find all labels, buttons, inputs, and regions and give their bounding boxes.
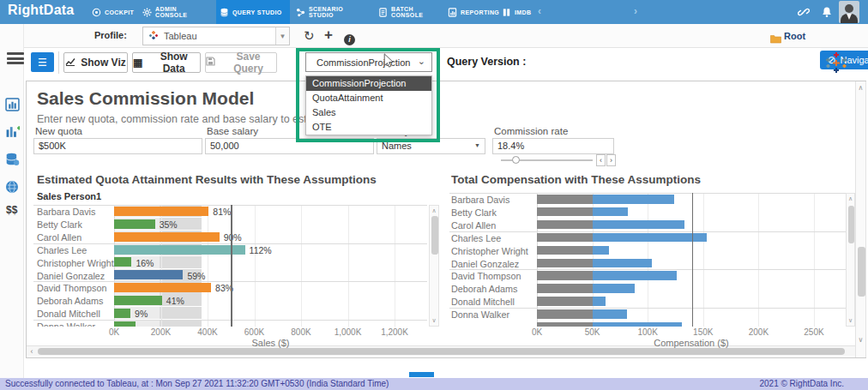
commission-bar[interactable]: [593, 195, 675, 204]
hamburger-menu-icon[interactable]: [7, 52, 24, 66]
base-salary-bar[interactable]: [537, 271, 593, 280]
commission-bar[interactable]: [593, 297, 606, 306]
imdb-icon: [502, 8, 511, 17]
sort-by-caret-icon[interactable]: ▼: [474, 142, 480, 148]
commission-rate-slider-thumb[interactable]: [512, 156, 520, 164]
quota-bar[interactable]: [114, 219, 155, 229]
nav-scroll-right-icon[interactable]: ›: [634, 5, 637, 17]
scroll-down-icon[interactable]: ∨: [856, 336, 865, 344]
nav-item-batch-console[interactable]: BATCH CONSOLE: [375, 0, 440, 24]
nav-item-label: ADMIN CONSOLE: [155, 6, 209, 18]
quota-chart-scrollbar[interactable]: ∧ ∨: [429, 205, 439, 327]
quota-bar[interactable]: [114, 296, 162, 305]
reference-band: [160, 320, 202, 327]
commission-bar[interactable]: [593, 233, 707, 243]
notifications-bell-icon[interactable]: [821, 6, 833, 21]
scroll-down-icon[interactable]: ∨: [430, 317, 438, 324]
show-viz-label: Show Viz: [81, 57, 125, 69]
quota-bar[interactable]: [114, 257, 131, 267]
scroll-up-icon[interactable]: ∧: [430, 207, 438, 214]
profile-select[interactable]: Tableau ▼: [142, 27, 290, 45]
base-salary-bar[interactable]: [537, 322, 593, 327]
chart-plus-icon[interactable]: [5, 125, 20, 142]
scrollbar-thumb[interactable]: [431, 216, 438, 255]
slider-decrement-button[interactable]: ‹: [596, 154, 606, 166]
commission-bar[interactable]: [593, 246, 609, 255]
commission-bar[interactable]: [593, 271, 677, 280]
globe-icon[interactable]: [5, 180, 19, 197]
base-salary-bar[interactable]: [537, 259, 593, 268]
info-icon[interactable]: i: [344, 30, 355, 45]
base-salary-bar[interactable]: [537, 309, 593, 319]
root-label[interactable]: Root: [784, 31, 805, 41]
query-version-select[interactable]: CommissionProjection ⌄: [305, 52, 432, 72]
dollar-dollar-item[interactable]: $$: [6, 204, 17, 216]
link-icon[interactable]: [798, 6, 810, 21]
nav-item-admin-console[interactable]: ADMIN CONSOLE: [139, 0, 213, 24]
quota-bar[interactable]: [114, 321, 136, 327]
profile-select-caret-icon[interactable]: ▼: [275, 27, 289, 45]
nav-scroll-left-icon[interactable]: ‹: [538, 5, 541, 17]
sort-by-select[interactable]: Names: [377, 138, 485, 154]
dropdown-option-commissionprojection[interactable]: CommissionProjection: [306, 76, 431, 91]
quota-bar[interactable]: [114, 207, 208, 216]
bar-value-label: 16%: [136, 258, 154, 268]
base-salary-bar[interactable]: [537, 246, 593, 255]
commission-bar[interactable]: [593, 309, 627, 319]
quota-bar[interactable]: [114, 232, 220, 242]
bar-value-label: 41%: [166, 296, 184, 306]
row-label: Donald Mitchell: [37, 309, 100, 319]
commission-bar[interactable]: [593, 284, 635, 293]
base-salary-bar[interactable]: [537, 233, 593, 243]
commission-bar[interactable]: [593, 220, 684, 230]
save-query-label: Save Query: [220, 51, 276, 75]
quota-chart-column-header: Sales Person1: [37, 191, 101, 201]
new-quota-input[interactable]: $500K: [33, 138, 202, 154]
nav-item-cockpit[interactable]: COCKPIT: [88, 0, 135, 24]
row-label: Daniel Gonzalez: [37, 271, 105, 281]
nav-item-query-studio[interactable]: QUERY STUDIO: [216, 0, 290, 24]
save-query-button[interactable]: Save Query: [205, 52, 277, 73]
quota-bar[interactable]: [114, 283, 211, 292]
compensation-chart-scrollbar[interactable]: ∧ ∨: [846, 193, 855, 327]
commission-rate-input[interactable]: 18.4%: [492, 138, 614, 154]
page-vertical-scrollbar[interactable]: ∧ ∨: [855, 81, 866, 357]
dashboard-chart-icon[interactable]: [5, 98, 20, 115]
scroll-left-icon[interactable]: ‹: [27, 346, 37, 357]
nav-item-reporting[interactable]: REPORTING: [444, 0, 494, 24]
gridline: [395, 205, 395, 327]
base-salary-bar[interactable]: [537, 220, 593, 230]
scroll-down-icon[interactable]: ∨: [847, 317, 854, 324]
base-salary-input[interactable]: 50,000: [205, 138, 374, 154]
dropdown-option-sales[interactable]: Sales: [306, 105, 431, 120]
commission-bar[interactable]: [593, 207, 628, 217]
add-profile-icon[interactable]: +: [324, 27, 333, 44]
base-salary-bar[interactable]: [537, 284, 593, 293]
query-list-button[interactable]: ☰: [31, 52, 54, 72]
scrollbar-thumb[interactable]: [858, 247, 865, 297]
refresh-icon[interactable]: ↻: [304, 28, 315, 44]
quota-bar[interactable]: [114, 309, 130, 318]
dropdown-option-ote[interactable]: OTE: [306, 120, 431, 135]
root-folder-icon[interactable]: [770, 32, 781, 47]
nav-item-scenario-studio[interactable]: SCENARIO STUDIO: [292, 0, 371, 24]
show-viz-button[interactable]: Show Viz: [63, 52, 128, 73]
scroll-up-icon[interactable]: ∧: [847, 195, 854, 202]
base-salary-bar[interactable]: [537, 195, 593, 204]
scroll-up-icon[interactable]: ∧: [856, 84, 865, 92]
scrollbar-thumb[interactable]: [38, 348, 845, 355]
database-icon[interactable]: [5, 153, 20, 170]
base-salary-bar[interactable]: [537, 297, 593, 306]
user-avatar[interactable]: [839, 1, 859, 23]
commission-bar[interactable]: [593, 259, 653, 268]
slider-increment-button[interactable]: ›: [606, 154, 616, 166]
nav-item-imdb[interactable]: IMDB: [498, 0, 529, 24]
quota-bar[interactable]: [114, 270, 183, 279]
row-label: Donna Walker: [37, 321, 95, 327]
show-data-button[interactable]: ▦ Show Data: [132, 52, 201, 73]
quota-bar[interactable]: [114, 245, 245, 255]
dropdown-option-quotaattainment[interactable]: QuotaAttainment: [306, 91, 431, 105]
scrollbar-thumb[interactable]: [848, 206, 854, 243]
commission-bar[interactable]: [593, 322, 683, 327]
base-salary-bar[interactable]: [537, 207, 593, 217]
